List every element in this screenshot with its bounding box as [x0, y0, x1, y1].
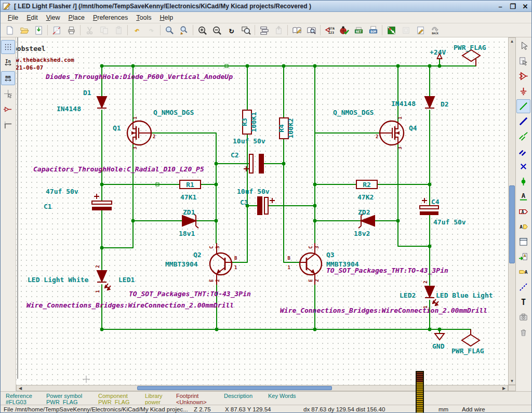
place-net-label-button[interactable]: A: [516, 190, 530, 204]
schematic-text[interactable]: 10uf 50v: [237, 188, 270, 195]
schematic-text[interactable]: 100K2: [287, 118, 295, 138]
schematic-text[interactable]: LED Light White: [28, 276, 89, 284]
grid-toggle-button[interactable]: [1, 40, 15, 54]
schematic-text[interactable]: 3: [132, 146, 138, 149]
menu-help[interactable]: Help: [155, 13, 177, 22]
schematic-text[interactable]: C1: [44, 203, 52, 210]
schematic-text[interactable]: B: [234, 256, 237, 261]
schematic-text[interactable]: Wire_Connections_Bridges:WireConnection_…: [26, 301, 234, 310]
schematic-text[interactable]: Diodes_ThroughHole:Diode_P600_Vertical_A…: [45, 73, 233, 81]
find-button[interactable]: [162, 23, 177, 37]
schematic-text[interactable]: C2: [231, 151, 239, 159]
page-settings-button[interactable]: [49, 23, 64, 37]
schematic-text[interactable]: R2: [363, 181, 371, 189]
schematic-text[interactable]: 100K1: [250, 112, 258, 132]
open-schematic-button[interactable]: [17, 23, 31, 37]
schematic-text[interactable]: C: [308, 246, 313, 248]
vertical-scroll-thumb[interactable]: [509, 185, 515, 263]
symbol-Q1[interactable]: [127, 121, 151, 145]
zoom-in-button[interactable]: [195, 23, 209, 37]
wire-to-bus-entry-button[interactable]: [516, 129, 530, 143]
import-sheet-pin-button[interactable]: A: [516, 250, 530, 264]
schematic-text[interactable]: C3: [240, 198, 248, 206]
schematic-text[interactable]: GND: [432, 342, 445, 350]
schematic-text[interactable]: D2: [441, 100, 449, 108]
schematic-text[interactable]: MMBT3904: [165, 260, 198, 268]
minimize-button[interactable]: –: [496, 3, 504, 10]
generate-netlist-button[interactable]: NET: [351, 23, 366, 37]
schematic-text[interactable]: LED Blue Light: [436, 291, 493, 299]
erc-check-button[interactable]: [337, 23, 351, 37]
schematic-text[interactable]: Q1: [113, 124, 121, 132]
schematic-text[interactable]: 47uf 50v: [433, 218, 466, 226]
library-browser-button[interactable]: [304, 23, 318, 37]
symbol-pwr-flag-top[interactable]: [462, 50, 480, 66]
symbol-D2[interactable]: [425, 97, 434, 108]
select-cursor-button[interactable]: [516, 39, 530, 53]
schematic-text[interactable]: 3: [397, 146, 403, 149]
schematic-text[interactable]: 1: [132, 116, 138, 119]
place-no-connect-button[interactable]: [516, 159, 530, 174]
close-button[interactable]: ✕: [521, 3, 529, 10]
units-mm-button[interactable]: mm: [1, 71, 15, 85]
menu-tools[interactable]: Tools: [132, 13, 155, 22]
schematic-text[interactable]: Wire_Connections_Bridges:WireConnection_…: [280, 307, 487, 315]
symbol-pwr-flag-bottom[interactable]: [462, 329, 480, 346]
schematic-text[interactable]: 2021-06-07: [16, 64, 43, 71]
schematic-text[interactable]: IN4148: [57, 105, 81, 113]
schematic-text[interactable]: 1: [95, 290, 100, 292]
schematic-text[interactable]: Q2: [193, 251, 202, 259]
schematic-text[interactable]: bobsteel: [16, 45, 46, 52]
place-image-button[interactable]: [516, 310, 530, 324]
schematic-text[interactable]: PWR_FLAG: [451, 347, 484, 355]
symbol-gnd[interactable]: [435, 334, 444, 340]
place-hierarchical-sheet-button[interactable]: [516, 235, 530, 249]
schematic-text[interactable]: 1: [397, 116, 403, 119]
scroll-up-arrow[interactable]: ▲: [509, 39, 515, 44]
paste-button[interactable]: [111, 23, 126, 37]
place-wire-button[interactable]: [516, 99, 530, 113]
place-global-label-button[interactable]: A: [516, 205, 530, 219]
find-replace-button[interactable]: [177, 23, 191, 37]
hv-wire-orientation-button[interactable]: [1, 118, 15, 132]
titlebar[interactable]: [ LED Light Flasher /] (/mnt/home/TempSa…: [1, 1, 531, 12]
schematic-text[interactable]: ZD2: [358, 208, 370, 216]
schematic-text[interactable]: Q4: [409, 124, 417, 132]
symbol-Q3[interactable]: [300, 243, 322, 285]
schematic-text[interactable]: 2: [423, 281, 428, 283]
copy-button[interactable]: [97, 23, 111, 37]
schematic-text[interactable]: B: [288, 256, 291, 261]
schematic-text[interactable]: E: [209, 279, 214, 282]
menu-edit[interactable]: Edit: [22, 13, 42, 22]
place-graphic-line-button[interactable]: [516, 280, 530, 294]
cut-button[interactable]: [82, 23, 97, 37]
save-schematic-button[interactable]: [31, 23, 46, 37]
schematic-text[interactable]: +24V: [430, 48, 446, 56]
place-text-button[interactable]: T: [516, 295, 530, 309]
undo-button[interactable]: ↶: [129, 23, 144, 37]
schematic-text[interactable]: E: [308, 279, 313, 282]
schematic-text[interactable]: Capacitors_ThroughHole:C_Radial_D10_L20_…: [33, 165, 204, 174]
bus-to-bus-entry-button[interactable]: [516, 144, 530, 158]
navigate-hierarchy-button[interactable]: [257, 23, 271, 37]
new-schematic-button[interactable]: [2, 23, 17, 37]
schematic-text[interactable]: PWR_FLAG: [454, 44, 486, 52]
symbol-D1[interactable]: [97, 97, 107, 108]
place-junction-button[interactable]: [516, 175, 530, 189]
schematic-text[interactable]: D1: [83, 89, 91, 97]
schematic-canvas[interactable]: bobsteelwww.thebackshed.com2021-06-07Dio…: [16, 37, 508, 385]
scroll-left-arrow[interactable]: ◀: [18, 385, 23, 391]
menu-place[interactable]: Place: [64, 13, 89, 22]
schematic-text[interactable]: 18v1: [179, 230, 195, 237]
schematic-text[interactable]: 47K2: [357, 193, 374, 201]
vertical-scrollbar[interactable]: ▲ ▼: [508, 37, 516, 385]
schematic-text[interactable]: 2: [376, 134, 378, 139]
annotate-schematic-button[interactable]: U?A123: [322, 23, 337, 37]
library-editor-button[interactable]: [289, 23, 304, 37]
scroll-down-arrow[interactable]: ▼: [509, 379, 515, 383]
schematic-text[interactable]: 2: [95, 265, 100, 268]
delete-item-button[interactable]: [516, 325, 530, 339]
place-power-port-button[interactable]: [516, 84, 530, 98]
schematic-text[interactable]: 3: [215, 246, 220, 248]
redraw-view-button[interactable]: ↻: [224, 23, 238, 37]
